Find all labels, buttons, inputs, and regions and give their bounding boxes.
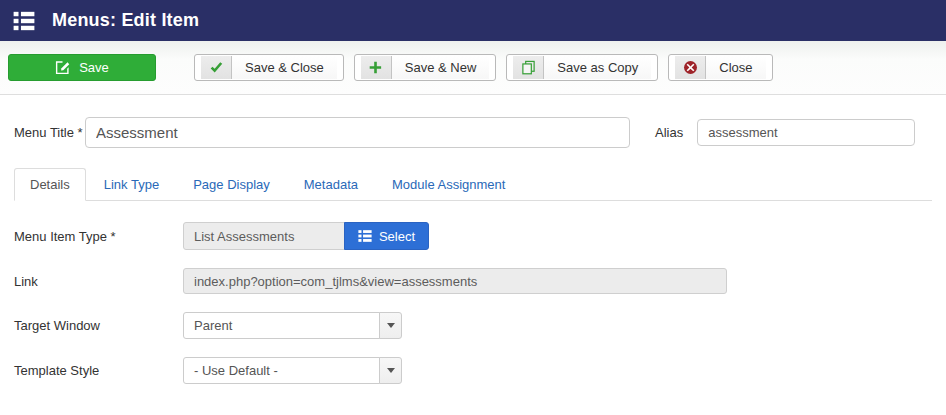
template-style-row: Template Style - Use Default - — [14, 357, 932, 384]
save-button[interactable]: Save — [8, 54, 156, 81]
list-icon — [358, 229, 372, 243]
link-value: index.php?option=com_tjlms&view=assessme… — [183, 268, 727, 294]
template-style-dropdown-button[interactable] — [379, 357, 402, 384]
save-close-button-label: Save & Close — [232, 56, 337, 79]
title-row: Menu Title * Alias — [14, 117, 932, 148]
link-label: Link — [14, 274, 183, 289]
tab-metadata[interactable]: Metadata — [288, 168, 374, 201]
tab-bar: Details Link Type Page Display Metadata … — [14, 168, 932, 201]
tab-link-type[interactable]: Link Type — [88, 168, 175, 201]
save-new-button[interactable]: Save & New — [354, 54, 497, 81]
target-window-dropdown-button[interactable] — [379, 312, 402, 339]
save-copy-button[interactable]: Save as Copy — [506, 54, 658, 81]
list-icon — [13, 10, 35, 32]
toolbar: Save Save & Close Save & New Save as Cop… — [0, 41, 946, 95]
alias-input[interactable] — [697, 119, 915, 146]
check-icon — [201, 56, 232, 79]
tab-page-display[interactable]: Page Display — [177, 168, 286, 201]
template-style-select[interactable]: - Use Default - — [183, 357, 380, 384]
x-circle-icon — [675, 56, 706, 79]
close-button-label: Close — [706, 56, 765, 79]
copy-icon — [513, 56, 544, 79]
target-window-select[interactable]: Parent — [183, 312, 380, 339]
plus-icon — [361, 56, 392, 79]
caret-down-icon — [387, 368, 395, 373]
target-window-label: Target Window — [14, 318, 183, 333]
alias-label: Alias — [655, 125, 683, 140]
tab-details[interactable]: Details — [14, 168, 86, 201]
menu-title-label: Menu Title * — [14, 125, 85, 140]
caret-down-icon — [387, 323, 395, 328]
menu-item-type-label: Menu Item Type * — [14, 229, 183, 244]
save-button-label: Save — [79, 60, 109, 75]
main-content: Menu Title * Alias Details Link Type Pag… — [0, 117, 946, 384]
page-header: Menus: Edit Item — [0, 0, 946, 41]
pencil-square-icon — [55, 60, 70, 75]
menu-item-type-value: List Assessments — [183, 222, 345, 250]
template-style-label: Template Style — [14, 363, 183, 378]
page-title: Menus: Edit Item — [52, 10, 199, 31]
save-new-button-label: Save & New — [392, 56, 490, 79]
save-close-button[interactable]: Save & Close — [194, 54, 344, 81]
details-form: Menu Item Type * List Assessments Select… — [14, 222, 932, 384]
menu-title-input[interactable] — [85, 117, 630, 148]
select-button-label: Select — [379, 229, 415, 244]
save-copy-button-label: Save as Copy — [544, 56, 651, 79]
link-row: Link index.php?option=com_tjlms&view=ass… — [14, 268, 932, 294]
menu-item-type-row: Menu Item Type * List Assessments Select — [14, 222, 932, 250]
close-button[interactable]: Close — [668, 54, 772, 81]
target-window-row: Target Window Parent — [14, 312, 932, 339]
select-menu-item-type-button[interactable]: Select — [344, 222, 429, 250]
tab-module-assignment[interactable]: Module Assignment — [376, 168, 521, 201]
